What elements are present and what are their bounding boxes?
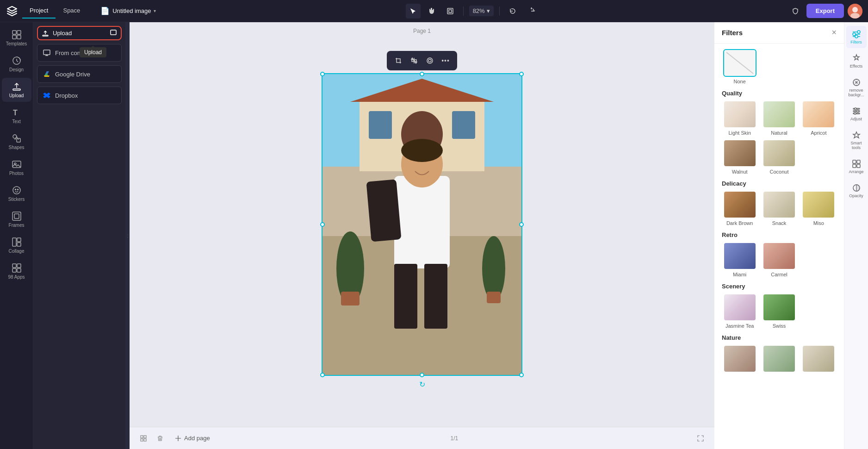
filter-jasmine-tea[interactable]: Jasmine Tea: [722, 293, 757, 329]
filter-coconut[interactable]: Coconut: [761, 139, 797, 175]
filters-header: Filters ×: [714, 22, 844, 44]
filters-content: None Quality Light Skin Natural: [714, 44, 844, 449]
more-options-tool[interactable]: •••: [439, 54, 453, 68]
svg-rect-1: [449, 10, 452, 12]
document-title-dropdown-icon[interactable]: ▾: [154, 8, 156, 13]
filter-nature3[interactable]: [801, 345, 837, 374]
sidebar-item-frames[interactable]: Frames: [2, 207, 31, 231]
filter-natural[interactable]: Natural: [761, 100, 797, 136]
tab-project[interactable]: Project: [22, 3, 56, 19]
sidebar-item-collage[interactable]: Collage: [2, 233, 31, 257]
far-right-opacity[interactable]: Opacity: [846, 180, 867, 202]
svg-point-18: [17, 189, 18, 190]
frame-tool-button[interactable]: [443, 4, 458, 19]
svg-text:T: T: [13, 109, 18, 117]
sidebar-item-label: Collage: [9, 249, 25, 254]
document-title[interactable]: Untitled image: [112, 7, 151, 14]
image-container[interactable]: ••• ↻: [322, 74, 521, 375]
sidebar-item-label: Shapes: [9, 145, 25, 150]
canvas-area: Page 1: [130, 22, 714, 449]
svg-rect-10: [13, 89, 20, 90]
none-filter-row: None: [722, 49, 837, 84]
svg-rect-77: [857, 164, 860, 168]
filter-dark-brown[interactable]: Dark Brown: [722, 191, 757, 226]
far-right-filters[interactable]: Filters: [846, 26, 867, 48]
filter-swiss[interactable]: Swiss: [761, 293, 797, 329]
upload-header[interactable]: Upload: [37, 26, 122, 40]
redo-button[interactable]: [524, 4, 539, 19]
grid-view-button[interactable]: [137, 432, 150, 445]
svg-point-46: [482, 236, 505, 301]
far-right-adjust[interactable]: Adjust: [846, 103, 867, 125]
far-right-filters-label: Filters: [850, 40, 862, 44]
svg-point-61: [857, 31, 860, 33]
export-button[interactable]: Export: [806, 4, 844, 18]
svg-rect-21: [12, 238, 16, 246]
far-right-remove-bg[interactable]: remove backgr...: [846, 74, 867, 101]
filter-none[interactable]: None: [722, 49, 757, 84]
upload-dropbox[interactable]: Dropbox: [37, 87, 122, 104]
mask-tool[interactable]: [423, 54, 437, 68]
upload-from-computer[interactable]: From computer: [37, 44, 122, 62]
sidebar-item-templates[interactable]: Templates: [2, 26, 31, 50]
filter-swiss-label: Swiss: [773, 323, 786, 329]
filter-jasmine-label: Jasmine Tea: [725, 323, 754, 329]
crop-tool[interactable]: [391, 54, 405, 68]
svg-rect-20: [14, 214, 19, 218]
zoom-dropdown-icon: ▾: [487, 7, 490, 14]
filter-nature2-thumb: [763, 345, 796, 373]
sidebar-item-upload[interactable]: Upload: [2, 78, 31, 102]
filter-carmel[interactable]: Carmel: [761, 242, 797, 277]
svg-rect-39: [394, 176, 450, 268]
topbar: Project Space 📄 Untitled image ▾ 82% ▾: [0, 0, 868, 22]
sidebar-item-text[interactable]: T Text: [2, 104, 31, 128]
filters-close-button[interactable]: ×: [831, 28, 837, 37]
filter-nature2[interactable]: [761, 345, 797, 374]
shield-icon-button[interactable]: [788, 4, 803, 19]
filter-miso-label: Miso: [813, 220, 824, 226]
far-right-effects[interactable]: Effects: [846, 50, 867, 72]
svg-line-57: [726, 52, 753, 74]
logo[interactable]: [6, 5, 19, 18]
filter-light-skin[interactable]: Light Skin: [722, 100, 757, 136]
canvas-bottom: Add page 1/1: [130, 427, 714, 449]
far-right-arrange[interactable]: Arrange: [846, 156, 867, 178]
sidebar-item-shapes[interactable]: Shapes: [2, 130, 31, 154]
canvas-content[interactable]: ••• ↻: [130, 22, 714, 427]
canvas-bottom-left: Add page: [137, 432, 215, 445]
filter-miso[interactable]: Miso: [801, 191, 837, 226]
filter-natural-label: Natural: [771, 130, 787, 136]
filter-dark-brown-thumb: [723, 191, 756, 218]
topbar-center-tools: 82% ▾: [406, 4, 539, 19]
svg-rect-56: [144, 439, 146, 441]
svg-point-51: [427, 58, 433, 63]
sidebar-item-apps[interactable]: 98 Apps: [2, 259, 31, 283]
svg-point-64: [855, 35, 858, 38]
flip-tool[interactable]: [407, 54, 421, 68]
zoom-control[interactable]: 82% ▾: [469, 6, 494, 16]
filter-miami[interactable]: Miami: [722, 242, 757, 277]
delicacy-section-title: Delicacy: [722, 180, 837, 187]
avatar[interactable]: [848, 4, 862, 19]
rotate-handle[interactable]: ↻: [417, 380, 427, 389]
fit-screen-button[interactable]: [694, 432, 707, 445]
filter-walnut[interactable]: Walnut: [722, 139, 757, 175]
select-tool-button[interactable]: [406, 4, 421, 19]
svg-rect-7: [12, 35, 16, 39]
delete-page-button[interactable]: [154, 432, 167, 445]
filter-apricot[interactable]: Apricot: [801, 100, 837, 136]
filter-snack[interactable]: Snack: [761, 191, 797, 226]
undo-button[interactable]: [505, 4, 520, 19]
sidebar-item-design[interactable]: Design: [2, 52, 31, 76]
far-right-smart-tools[interactable]: Smart tools: [846, 127, 867, 154]
filter-nature1[interactable]: [722, 345, 757, 374]
upload-google-drive[interactable]: Google Drive: [37, 65, 122, 83]
svg-rect-24: [12, 264, 16, 268]
add-page-button[interactable]: Add page: [170, 432, 215, 444]
resize-handle[interactable]: ⋮: [126, 22, 130, 449]
sidebar-item-stickers[interactable]: Stickers: [2, 181, 31, 206]
sidebar-item-photos[interactable]: Photos: [2, 156, 31, 180]
far-right-opacity-label: Opacity: [849, 193, 863, 198]
hand-tool-button[interactable]: [424, 4, 439, 19]
tab-space[interactable]: Space: [56, 3, 87, 19]
